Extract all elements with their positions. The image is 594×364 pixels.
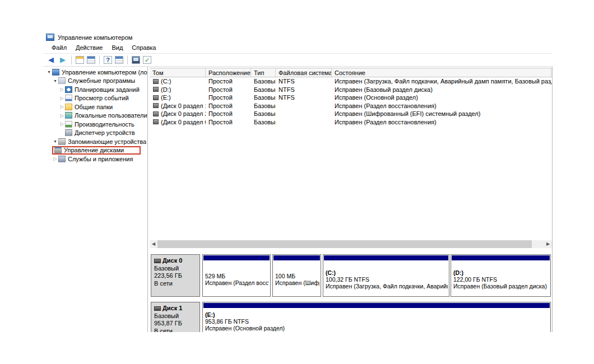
help-icon[interactable] xyxy=(104,56,112,64)
chevron-down-icon[interactable] xyxy=(46,69,52,74)
volume-status: Исправен (Основной раздел) xyxy=(332,94,551,101)
volume-status: Исправен (Базовый раздел диска) xyxy=(332,86,551,93)
volume-icon xyxy=(153,87,159,92)
disk-1-label[interactable]: Диск 1 Базовый 953,87 ГБ В сети xyxy=(151,302,200,332)
volume-type: Базовый xyxy=(251,94,276,101)
menu-action[interactable]: Действие xyxy=(71,44,107,52)
tree-item-task-scheduler[interactable]: Планировщик заданий xyxy=(44,85,147,94)
partition-color-bar xyxy=(203,303,550,308)
table-icon[interactable] xyxy=(87,56,95,64)
shared-folders-icon xyxy=(65,104,72,110)
tree-item-event-viewer[interactable]: Просмотр событий xyxy=(44,94,147,103)
partition-status: Исправен (Основной раздел) xyxy=(205,325,549,332)
table-row[interactable]: (C:) Простой Базовый NTFS Исправен (Загр… xyxy=(150,77,552,86)
toolbar-separator xyxy=(127,55,128,64)
column-header-filesystem[interactable]: Файловая система xyxy=(276,68,332,77)
main-area: Управление компьютером (локаль Служебные… xyxy=(44,67,553,332)
scrollbar-thumb[interactable] xyxy=(157,240,532,248)
partition-c[interactable]: (C:) 100,32 ГБ NTFS Исправен (Загрузка, … xyxy=(323,254,449,297)
disk-0-label[interactable]: Диск 0 Базовый 223,56 ГБ В сети xyxy=(151,254,200,297)
partition-status: Исправен (Раздел восст xyxy=(205,279,269,286)
forward-icon[interactable]: ▶ xyxy=(58,56,67,64)
storage-icon xyxy=(58,138,66,145)
chevron-right-icon[interactable] xyxy=(59,96,65,101)
table-row[interactable]: (Диск 0 раздел 6) Простой Базовый Исправ… xyxy=(150,118,552,127)
chevron-right-icon[interactable] xyxy=(52,156,58,161)
tree-item-label: Общие папки xyxy=(75,104,113,110)
disk-0-row: Диск 0 Базовый 223,56 ГБ В сети 529 МБ И… xyxy=(150,254,551,297)
table-row[interactable]: (Диск 0 раздел 2) Простой Базовый Исправ… xyxy=(150,110,552,118)
partition-name: (E:) xyxy=(205,311,549,318)
partition-d[interactable]: (D:) 122,00 ГБ NTFS Исправен (Базовый ра… xyxy=(451,254,551,297)
tree-item-disk-management[interactable]: Управление дисками xyxy=(44,146,147,155)
computer-icon xyxy=(52,69,59,76)
tree-item-label: Производительность xyxy=(75,121,134,128)
monitor-icon[interactable] xyxy=(132,56,140,64)
disk-status: В сети xyxy=(154,280,197,288)
partition-recovery-1[interactable]: 529 МБ Исправен (Раздел восст xyxy=(202,254,271,297)
tree-item-storage[interactable]: Запоминающие устройства xyxy=(44,137,147,146)
volume-icon xyxy=(153,111,159,116)
menu-bar: Файл Действие Вид Справка xyxy=(47,43,160,52)
column-header-status[interactable]: Состояние xyxy=(332,68,551,77)
chevron-right-icon[interactable] xyxy=(59,122,65,127)
volume-layout: Простой xyxy=(206,78,251,85)
tree-item-label: Просмотр событий xyxy=(75,95,129,101)
partition-status: Исправен (Базовый раздел диска) xyxy=(453,283,549,290)
chevron-down-icon[interactable] xyxy=(52,139,58,144)
volume-name: (E:) xyxy=(161,94,171,101)
chevron-right-icon[interactable] xyxy=(59,104,65,109)
menu-help[interactable]: Справка xyxy=(127,44,160,52)
partition-e[interactable]: (E:) 953,86 ГБ NTFS Исправен (Основной р… xyxy=(202,302,551,332)
disk-management-pane: Том Расположение Тип Файловая система Со… xyxy=(150,67,553,332)
partition-size: 529 МБ xyxy=(205,273,269,279)
volume-name: (Диск 0 раздел 1) xyxy=(161,102,206,109)
volume-fs: NTFS xyxy=(276,94,332,101)
volume-icon xyxy=(153,95,159,100)
volume-status: Исправен (Раздел восстановления) xyxy=(332,119,551,125)
column-header-volume[interactable]: Том xyxy=(150,68,206,77)
services-icon xyxy=(58,156,66,162)
table-row[interactable]: (D:) Простой Базовый NTFS Исправен (Базо… xyxy=(150,86,552,94)
partition-efi[interactable]: 100 МБ Исправен (Шифр xyxy=(272,254,321,297)
chevron-right-icon[interactable] xyxy=(59,87,65,92)
column-header-layout[interactable]: Расположение xyxy=(206,68,251,77)
chevron-down-icon[interactable] xyxy=(52,78,58,83)
check-icon[interactable] xyxy=(143,56,151,64)
scroll-right-icon[interactable]: ▶ xyxy=(544,240,552,248)
disk-status: В сети xyxy=(154,328,197,333)
tree-item-performance[interactable]: Производительность xyxy=(44,120,147,129)
chevron-right-icon[interactable] xyxy=(59,113,65,118)
tree-item-device-manager[interactable]: Диспетчер устройств xyxy=(44,129,147,138)
volume-layout: Простой xyxy=(206,94,251,101)
tree-item-local-users[interactable]: Локальные пользователи и xyxy=(44,111,147,120)
tree-item-system-tools[interactable]: Служебные программы xyxy=(44,77,147,86)
volume-status: Исправен (Раздел восстановления) xyxy=(332,102,551,109)
tree-item-services[interactable]: Службы и приложения xyxy=(44,155,147,164)
tree-item-computer-management[interactable]: Управление компьютером (локаль xyxy=(44,68,147,77)
volume-layout: Простой xyxy=(206,102,251,109)
menu-view[interactable]: Вид xyxy=(107,44,127,52)
window-icon[interactable] xyxy=(76,56,84,64)
horizontal-scrollbar[interactable]: ◀ ▶ xyxy=(150,240,552,248)
volume-type: Базовый xyxy=(251,110,276,117)
disk-type: Базовый xyxy=(154,265,197,273)
system-tools-icon xyxy=(58,77,66,84)
disk-name: Диск 1 xyxy=(163,305,182,312)
toolbar-separator xyxy=(99,55,100,64)
task-scheduler-icon xyxy=(65,86,72,93)
volume-fs: NTFS xyxy=(276,86,332,93)
partition-color-bar xyxy=(203,255,270,260)
scroll-left-icon[interactable]: ◀ xyxy=(150,240,157,248)
column-header-type[interactable]: Тип xyxy=(251,68,276,77)
table-row[interactable]: (E:) Простой Базовый NTFS Исправен (Осно… xyxy=(150,94,552,102)
tree-item-shared-folders[interactable]: Общие папки xyxy=(44,102,147,111)
table-row[interactable]: (Диск 0 раздел 1) Простой Базовый Исправ… xyxy=(150,102,552,110)
back-icon[interactable]: ◀ xyxy=(47,56,55,64)
volume-status: Исправен (Загрузка, Файл подкачки, Авари… xyxy=(332,78,551,85)
volume-name: (Диск 0 раздел 6) xyxy=(161,119,206,125)
volume-list-header: Том Расположение Тип Файловая система Со… xyxy=(150,68,552,77)
list-icon[interactable] xyxy=(115,56,123,64)
titlebar: Управление компьютером xyxy=(46,32,132,42)
menu-file[interactable]: Файл xyxy=(47,44,71,52)
